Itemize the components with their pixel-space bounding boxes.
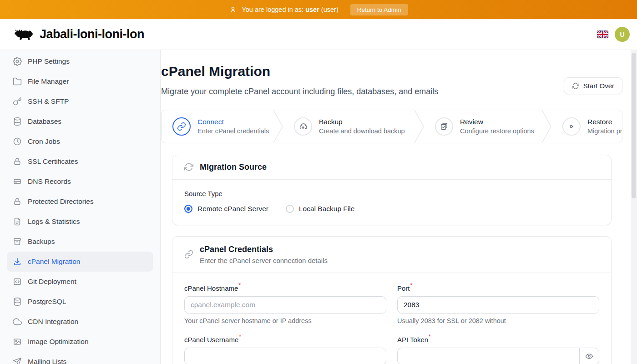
page-title: cPanel Migration bbox=[161, 64, 438, 79]
radio-icon bbox=[286, 205, 294, 213]
link-icon bbox=[177, 122, 186, 131]
radio-local-backup-file[interactable]: Local Backup File bbox=[286, 205, 354, 213]
lock-icon bbox=[13, 197, 22, 206]
login-role: (user) bbox=[321, 6, 339, 13]
source-type-label: Source Type bbox=[184, 190, 599, 197]
boar-logo-icon bbox=[14, 27, 35, 42]
refresh-icon bbox=[572, 82, 579, 90]
field-api-token: API Token* bbox=[397, 334, 599, 364]
send-icon bbox=[13, 357, 22, 364]
required-marker: * bbox=[410, 282, 413, 288]
sidebar-item-backups[interactable]: Backups bbox=[7, 232, 153, 252]
sidebar-item-cron-jobs[interactable]: Cron Jobs bbox=[7, 131, 153, 152]
cpanel-username-input[interactable] bbox=[184, 348, 386, 364]
source-card-title: Migration Source bbox=[200, 162, 267, 172]
step-restore[interactable]: Restore Migration progress bbox=[551, 110, 622, 143]
required-marker: * bbox=[238, 282, 241, 288]
port-input[interactable] bbox=[397, 296, 599, 313]
play-icon bbox=[567, 122, 576, 131]
login-status-text: You are logged in as: user (user) bbox=[242, 6, 338, 13]
field-port: Port* Usually 2083 for SSL or 2082 witho… bbox=[397, 283, 599, 324]
step-separator-icon bbox=[273, 110, 283, 143]
image-icon bbox=[13, 337, 22, 346]
sidebar-item-file-manager[interactable]: File Manager bbox=[7, 71, 153, 91]
migration-source-card: Migration Source Source Type Remote cPan… bbox=[172, 155, 612, 225]
brand-logo[interactable]: Jabali-loni-loni-lon bbox=[14, 27, 144, 42]
sidebar-item-cdn-integration[interactable]: CDN Integration bbox=[7, 312, 153, 332]
field-help-text: Your cPanel server hostname or IP addres… bbox=[184, 317, 386, 324]
language-flag-icon[interactable] bbox=[597, 30, 608, 38]
server-icon bbox=[13, 177, 22, 186]
lock-icon bbox=[13, 157, 22, 166]
vertical-scrollbar bbox=[631, 50, 637, 364]
toggle-visibility-button[interactable] bbox=[579, 348, 599, 364]
required-marker: * bbox=[429, 334, 431, 340]
sidebar-item-ssh-sftp[interactable]: SSH & SFTP bbox=[7, 91, 153, 111]
sidebar-item-dns-records[interactable]: DNS Records bbox=[7, 172, 153, 192]
sidebar-item-git-deployment[interactable]: Git Deployment bbox=[7, 272, 153, 292]
cpanel-credentials-card: cPanel Credentials Enter the cPanel serv… bbox=[172, 236, 612, 364]
main-content: cPanel Migration Migrate your complete c… bbox=[161, 50, 637, 364]
database-icon bbox=[13, 117, 22, 126]
cpanel-hostname-input[interactable] bbox=[184, 296, 386, 313]
link-icon bbox=[184, 250, 193, 259]
step-separator-icon bbox=[541, 110, 551, 143]
page-header: cPanel Migration Migrate your complete c… bbox=[161, 64, 622, 98]
sidebar-item-postgresql[interactable]: PostgreSQL bbox=[7, 292, 153, 312]
login-username: user bbox=[305, 6, 319, 13]
main-layout: PHP Settings File Manager SSH & SFTP Dat… bbox=[0, 50, 637, 364]
user-avatar[interactable]: U bbox=[615, 27, 630, 42]
header-actions: U bbox=[597, 27, 630, 42]
api-token-input[interactable] bbox=[397, 348, 579, 364]
cloud-icon bbox=[13, 317, 22, 326]
gear-icon bbox=[13, 57, 22, 66]
archive-icon bbox=[13, 237, 22, 246]
required-marker: * bbox=[239, 334, 241, 340]
field-help-text: Usually 2083 for SSL or 2082 without bbox=[397, 317, 599, 324]
sidebar-item-php-settings[interactable]: PHP Settings bbox=[7, 51, 153, 71]
app-name: Jabali-loni-loni-lon bbox=[40, 27, 144, 41]
radio-icon bbox=[184, 205, 192, 213]
step-backup[interactable]: Backup Create and download backup bbox=[283, 110, 424, 143]
migration-steps: Connect Enter cPanel credentials Backup … bbox=[161, 110, 622, 143]
credentials-card-subtitle: Enter the cPanel server connection detai… bbox=[200, 257, 328, 264]
clipboard-check-icon bbox=[440, 122, 449, 131]
field-cpanel-username: cPanel Username* bbox=[184, 334, 386, 364]
step-review[interactable]: Review Configure restore options bbox=[424, 110, 551, 143]
sidebar-item-mailing-lists[interactable]: Mailing Lists bbox=[7, 352, 153, 364]
sidebar-item-cpanel-migration[interactable]: cPanel Migration bbox=[7, 252, 153, 272]
cloud-download-icon bbox=[298, 122, 308, 131]
app-header: Jabali-loni-loni-lon U bbox=[0, 19, 637, 50]
sidebar-item-databases[interactable]: Databases bbox=[7, 111, 153, 131]
user-icon bbox=[229, 5, 237, 14]
source-type-options: Remote cPanel Server Local Backup File bbox=[184, 205, 599, 213]
key-icon bbox=[13, 97, 22, 106]
credentials-form: cPanel Hostname* Your cPanel server host… bbox=[184, 283, 599, 364]
return-to-admin-button[interactable]: Return to Admin bbox=[350, 4, 408, 15]
sidebar-nav: PHP Settings File Manager SSH & SFTP Dat… bbox=[0, 50, 161, 364]
field-cpanel-hostname: cPanel Hostname* Your cPanel server host… bbox=[184, 283, 386, 324]
refresh-icon bbox=[184, 162, 193, 172]
scrollbar-thumb[interactable] bbox=[632, 53, 636, 198]
folder-icon bbox=[13, 77, 22, 86]
sidebar-item-image-optimization[interactable]: Image Optimization bbox=[7, 332, 153, 352]
radio-remote-cpanel-server[interactable]: Remote cPanel Server bbox=[184, 205, 268, 213]
admin-topbar: You are logged in as: user (user) Return… bbox=[0, 0, 637, 19]
page-subtitle: Migrate your complete cPanel account inc… bbox=[161, 86, 438, 98]
step-connect[interactable]: Connect Enter cPanel credentials bbox=[162, 110, 283, 143]
file-icon bbox=[13, 217, 22, 226]
sidebar-item-protected-directories[interactable]: Protected Directories bbox=[7, 192, 153, 212]
eye-icon bbox=[585, 352, 593, 360]
sidebar-item-logs-statistics[interactable]: Logs & Statistics bbox=[7, 212, 153, 232]
start-over-button[interactable]: Start Over bbox=[564, 77, 622, 94]
clock-icon bbox=[13, 137, 22, 146]
database-icon bbox=[13, 297, 22, 306]
sidebar-item-ssl-certificates[interactable]: SSL Certificates bbox=[7, 152, 153, 172]
step-separator-icon bbox=[414, 110, 424, 143]
credentials-card-title: cPanel Credentials bbox=[200, 245, 328, 254]
download-icon bbox=[13, 257, 22, 266]
code-icon bbox=[13, 277, 22, 286]
